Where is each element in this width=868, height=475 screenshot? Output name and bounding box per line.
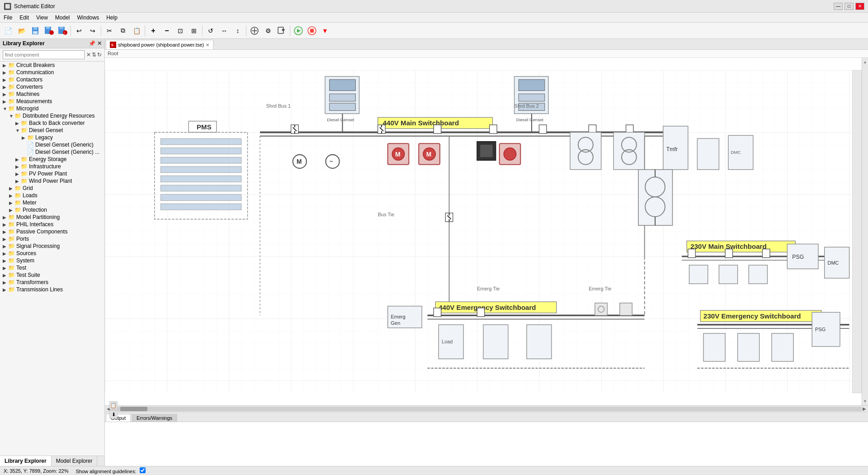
minimize-button[interactable]: — [834, 3, 843, 10]
tree-item[interactable]: ▶📁Passive Components [0, 228, 104, 235]
close-button[interactable]: ✕ [855, 3, 864, 10]
cut-button[interactable]: ✂ [103, 24, 116, 37]
paste-button[interactable]: 📋 [130, 24, 143, 37]
menu-windows[interactable]: Windows [74, 14, 103, 22]
menu-view[interactable]: View [33, 14, 52, 22]
zoom-out-button[interactable]: − [160, 24, 173, 37]
tab-close-button[interactable]: ✕ [206, 43, 209, 48]
tree-item[interactable]: ▶📁Measurements [0, 98, 104, 105]
svg-text:Diesel Genset: Diesel Genset [327, 117, 354, 122]
stop-button[interactable] [306, 24, 318, 37]
tree-item[interactable]: ▶📁Grid [0, 185, 104, 192]
tree-item[interactable]: ▶📁Wind Power Plant [0, 177, 104, 185]
sort-button[interactable]: ⇅ [92, 52, 96, 58]
tree-item[interactable]: ▶📁Model Partitioning [0, 214, 104, 221]
tree-item[interactable]: ▶📁Loads [0, 192, 104, 199]
new-button[interactable]: 📄 [2, 24, 14, 37]
save-red1-button[interactable] [42, 24, 55, 37]
undo-button[interactable]: ↩ [73, 24, 85, 37]
dropdown-button[interactable]: ▼ [322, 24, 328, 37]
refresh-button[interactable]: ↻ [97, 52, 102, 58]
tree-toggle: ▶ [3, 70, 8, 75]
horizontal-scrollbar[interactable]: ◀ ▶ [105, 405, 868, 412]
pin-button[interactable]: 📌 [89, 40, 95, 47]
tree-item[interactable]: ▶📁Test Suite [0, 271, 104, 279]
open-button[interactable]: 📂 [15, 24, 28, 37]
tree-item[interactable]: ▶📁Transformers [0, 279, 104, 286]
tab-library-explorer[interactable]: Library Explorer [0, 456, 52, 466]
maximize-button[interactable]: □ [844, 3, 854, 10]
folder-icon: 📁 [21, 171, 28, 177]
tree-item[interactable]: 📄Diesel Genset (Generic) ... [0, 148, 104, 156]
tree-label: Contactors [16, 76, 42, 83]
tree-label: Passive Components [16, 228, 67, 235]
scroll-right-button[interactable]: ▶ [862, 406, 867, 411]
zoom-reset-button[interactable]: ⊞ [188, 24, 200, 37]
tree-item[interactable]: ▶📁Machines [0, 90, 104, 98]
tree-item[interactable]: ▶📁Ports [0, 235, 104, 242]
search-input[interactable] [3, 50, 85, 59]
copy-button[interactable]: ⧉ [117, 24, 129, 37]
settings-button[interactable]: ⚙ [262, 24, 274, 37]
tree-item[interactable]: ▶📁Signal Processing [0, 242, 104, 250]
output-area: OutputErrors/Warnings 📋 ⬇ [105, 412, 868, 466]
svg-text:440V Main Switchboard: 440V Main Switchboard [383, 119, 459, 127]
tree-item[interactable]: ▶📁Transmission Lines [0, 286, 104, 293]
output-copy-button[interactable]: 📋 [109, 401, 118, 409]
flip-v-button[interactable]: ↕ [231, 24, 244, 37]
tree-item[interactable]: ▶📁PV Power Plant [0, 170, 104, 177]
tree-label: Diesel Genset (Generic) ... [35, 149, 99, 155]
svg-text:Diesel Genset: Diesel Genset [516, 117, 544, 122]
output-tab-errors/warnings[interactable]: Errors/Warnings [132, 414, 177, 422]
tab-icon: S [110, 42, 116, 48]
tree-item[interactable]: ▶📁PHIL Interfaces [0, 221, 104, 228]
folder-icon: 📁 [14, 200, 21, 206]
canvas-area[interactable]: PMS 440V Main Swi [105, 58, 862, 405]
svg-rect-134 [620, 303, 632, 315]
flip-h-button[interactable]: ↔ [218, 24, 231, 37]
tree-item[interactable]: ▶📁Legacy [0, 134, 104, 141]
tree-item[interactable]: ▶📁System [0, 257, 104, 264]
tree-item[interactable]: ▼📁Microgrid [0, 105, 104, 112]
save-red2-button[interactable]: ! [56, 24, 69, 37]
redo-button[interactable]: ↪ [86, 24, 99, 37]
alignment-checkbox[interactable] [140, 467, 146, 473]
tree-item[interactable]: ▶📁Back to Back converter [0, 119, 104, 127]
tree-item[interactable]: ▶📁Communication [0, 69, 104, 76]
scroll-thumb[interactable] [120, 407, 147, 411]
zoom-in-button[interactable]: + [147, 24, 160, 37]
menu-model[interactable]: Model [52, 14, 74, 22]
menu-help[interactable]: Help [103, 14, 121, 22]
tree-item[interactable]: ▼📁Diesel Genset [0, 127, 104, 134]
svg-text:~: ~ [330, 158, 333, 165]
component-button[interactable] [248, 24, 261, 37]
clear-search-button[interactable]: ✕ [86, 52, 91, 58]
tree-item[interactable]: ▶📁Circuit Breakers [0, 62, 104, 69]
tree-item[interactable]: ▶📁Energy Storage [0, 156, 104, 163]
rotate-ccw-button[interactable]: ↺ [204, 24, 217, 37]
save-button[interactable] [29, 24, 42, 37]
schematic-tab[interactable]: S shipboard power (shipboard power.tse) … [106, 40, 213, 49]
tree-item[interactable]: ▶📁Infrastructure [0, 163, 104, 170]
scroll-track[interactable] [111, 407, 862, 411]
run-button[interactable] [292, 24, 305, 37]
folder-icon: 📁 [21, 178, 28, 184]
tree-item[interactable]: ▶📁Test [0, 264, 104, 271]
output-save-button[interactable]: ⬇ [109, 410, 118, 418]
zoom-fit-button[interactable]: ⊡ [174, 24, 187, 37]
tree-item[interactable]: ▼📁Distributed Energy Resources [0, 112, 104, 119]
tree-item[interactable]: ▶📁Contactors [0, 76, 104, 83]
folder-icon: 📁 [8, 62, 15, 68]
tree-item[interactable]: ▶📁Converters [0, 83, 104, 90]
tree-label: System [16, 257, 34, 264]
tree-item[interactable]: ▶📁Sources [0, 250, 104, 257]
tab-model-explorer[interactable]: Model Explorer [52, 456, 98, 466]
export-button[interactable] [275, 24, 288, 37]
tree-item[interactable]: 📄Diesel Genset (Generic) [0, 141, 104, 148]
tree-label: Diesel Genset [29, 127, 63, 133]
menu-edit[interactable]: Edit [16, 14, 33, 22]
menu-file[interactable]: File [0, 14, 16, 22]
close-panel-button[interactable]: ✕ [97, 40, 102, 47]
tree-item[interactable]: ▶📁Protection [0, 206, 104, 214]
tree-item[interactable]: ▶📁Meter [0, 199, 104, 206]
